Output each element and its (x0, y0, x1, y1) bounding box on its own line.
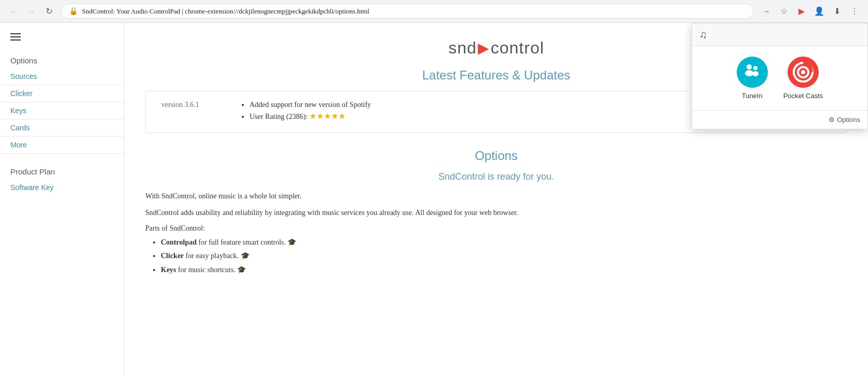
download-button[interactable]: ⬇ (830, 4, 844, 19)
page-layout: Options Sources Clicker Keys Cards More … (0, 23, 868, 376)
popup-footer: ⚙ Options (692, 110, 867, 129)
toolbar-icons: → ☆ ▶ 👤 ⬇ ⋮ (759, 4, 862, 19)
description-1: With SndControl, online music is a whole… (145, 191, 847, 202)
logo-left: snd (448, 38, 477, 58)
parts-rest-3: for music shortcuts. 🎓 (176, 266, 246, 274)
options-section-title: Options (0, 51, 124, 68)
tunein-icon (737, 57, 768, 88)
back-button[interactable]: ← (6, 4, 21, 19)
popup-options-link[interactable]: ⚙ Options (699, 116, 860, 124)
parts-bold-1: Controlpad (161, 238, 197, 246)
svg-point-3 (752, 71, 759, 76)
svg-point-1 (745, 70, 753, 76)
sidebar-item-more[interactable]: More (0, 137, 124, 154)
options-section: Options SndControl is ready for you. Wit… (125, 143, 868, 288)
profile-button[interactable]: 👤 (812, 4, 826, 19)
pocketcasts-svg (792, 61, 815, 84)
sidebar-item-sources[interactable]: Sources (0, 68, 124, 85)
popup-options-label: Options (837, 116, 860, 124)
popup-tunein-item[interactable]: TuneIn (737, 57, 768, 100)
extension-button[interactable]: → (759, 4, 774, 19)
tunein-label: TuneIn (742, 92, 763, 100)
sidebar-item-software-key[interactable]: Software Key (0, 179, 124, 196)
pocketcasts-label: Pocket Casts (783, 92, 823, 100)
nav-buttons: ← → ↻ (6, 4, 56, 19)
sidebar-item-keys[interactable]: Keys (0, 102, 124, 119)
refresh-button[interactable]: ↻ (42, 4, 56, 19)
parts-bold-2: Clicker (161, 252, 184, 260)
parts-rest-2: for easy playback. 🎓 (184, 252, 249, 260)
rating-prefix: User Rating (2386): (250, 113, 308, 120)
hamburger-button[interactable] (10, 33, 21, 41)
svg-point-2 (753, 66, 757, 70)
logo-right: control (491, 38, 544, 58)
address-bar[interactable]: 🔒 SndControl: Your Audio ControlPad | ch… (61, 4, 754, 19)
version-label: version 3.6.1 (161, 101, 224, 109)
svg-point-6 (801, 70, 805, 74)
pocketcasts-icon (788, 57, 819, 88)
rating-stars: ★★★★★ (309, 112, 346, 120)
popup-overlay: ♫ TuneIn (692, 23, 868, 129)
sndcontrol-extension-button[interactable]: ▶ (794, 4, 809, 19)
play-icon: ▶ (478, 39, 490, 57)
hamburger-line-3 (10, 39, 21, 41)
lock-icon: 🔒 (69, 7, 78, 16)
options-heading: Options (145, 149, 847, 163)
description-2: SndControl adds usability and reliabilit… (145, 207, 847, 219)
ready-text: SndControl is ready for you. (145, 171, 847, 182)
product-plan-section-title: Product Plan (0, 162, 124, 179)
sidebar-item-cards[interactable]: Cards (0, 119, 124, 137)
menu-button[interactable]: ⋮ (847, 4, 862, 19)
popup-music-icon: ♫ (699, 29, 707, 41)
hamburger-line-2 (10, 36, 21, 37)
url-text: SndControl: Your Audio ControlPad | chro… (82, 7, 746, 16)
parts-item-clicker: Clicker for easy playback. 🎓 (161, 250, 847, 262)
parts-rest-1: for full feature smart controls. 🎓 (197, 238, 296, 246)
popup-header: ♫ (692, 23, 867, 46)
sidebar-item-clicker[interactable]: Clicker (0, 85, 124, 102)
parts-item-keys: Keys for music shortcuts. 🎓 (161, 264, 847, 276)
forward-button[interactable]: → (24, 4, 38, 19)
sidebar: Options Sources Clicker Keys Cards More … (0, 23, 125, 376)
bookmark-button[interactable]: ☆ (777, 4, 791, 19)
sidebar-hamburger-area (0, 33, 124, 51)
parts-title: Parts of SndControl: (145, 224, 847, 233)
hamburger-line-1 (10, 33, 21, 34)
parts-list: Controlpad for full feature smart contro… (145, 237, 847, 276)
gear-icon: ⚙ (829, 116, 835, 124)
popup-body: TuneIn Pocket Casts (692, 46, 867, 110)
parts-item-controlpad: Controlpad for full feature smart contro… (161, 237, 847, 248)
parts-bold-3: Keys (161, 266, 176, 274)
tunein-svg (741, 61, 764, 84)
popup-pocketcasts-item[interactable]: Pocket Casts (783, 57, 823, 100)
svg-point-0 (747, 64, 752, 70)
browser-chrome: ← → ↻ 🔒 SndControl: Your Audio ControlPa… (0, 0, 868, 23)
